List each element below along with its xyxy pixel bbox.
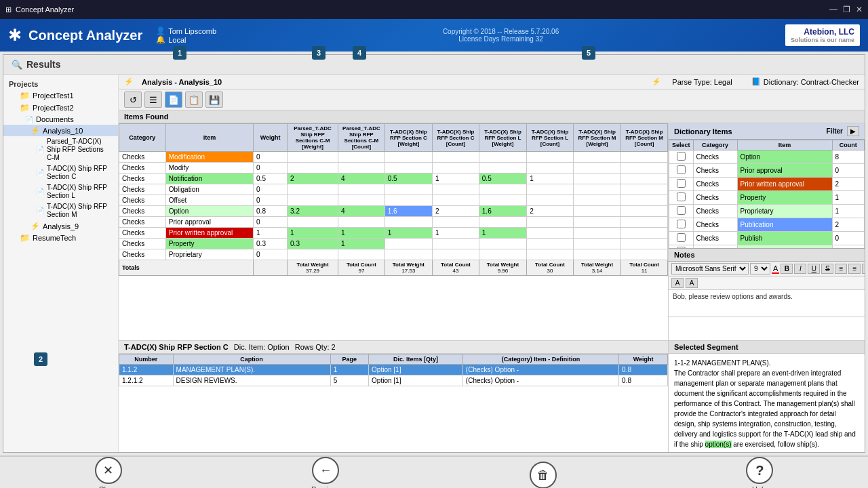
cell-cw: [384, 217, 432, 228]
dict-cell-select[interactable]: [669, 164, 694, 178]
notes-extra-btn1[interactable]: A: [671, 278, 684, 288]
strikethrough-btn[interactable]: S: [821, 264, 833, 274]
dict-checkbox[interactable]: [677, 233, 686, 242]
align-center-btn[interactable]: ≡: [848, 264, 861, 274]
table-row[interactable]: Checks Notification 0.5 2 4 0.5 1 0.5 1: [119, 174, 668, 184]
bot-cell-dic: Option [1]: [369, 365, 463, 375]
cell-weight: 0: [254, 163, 288, 174]
notes-text[interactable]: Bob, please review options and awards.: [669, 290, 865, 317]
col-item: Item: [165, 124, 253, 152]
refresh-btn[interactable]: ↺: [124, 92, 142, 108]
close-circle[interactable]: ✕: [95, 457, 122, 484]
close-btn-footer[interactable]: ✕ Close: [95, 457, 122, 488]
cell-pw: 0.3: [288, 239, 338, 249]
sidebar-item-tadc-m[interactable]: 📄 T-ADC(X) Ship RFP Section M: [3, 201, 118, 220]
prev-btn-footer[interactable]: ← Previous: [311, 457, 340, 488]
sidebar-item-parsed-tadc[interactable]: 📄 Parsed_T-ADC(X) Ship RFP Sections C-M: [3, 136, 118, 163]
clipboard-btn[interactable]: 📋: [185, 92, 203, 108]
help-circle[interactable]: ?: [746, 457, 773, 484]
table-row[interactable]: Checks Prior approval 0: [119, 217, 668, 228]
cell-lw: [479, 163, 526, 174]
badge-4: 4: [353, 46, 366, 60]
sidebar: Projects 📁 ProjectTest1 📁 ProjectTest2 📄…: [3, 75, 119, 452]
minimize-btn[interactable]: —: [829, 5, 837, 14]
sidebar-item-tadc-c[interactable]: 📄 T-ADC(X) Ship RFP Section C: [3, 163, 118, 182]
bottom-table-row[interactable]: 1.1.2 MANAGEMENT PLAN(S). 1 Option [1] (…: [119, 365, 668, 375]
table-row[interactable]: Checks Prior written approval 1 1 1 1 1 …: [119, 228, 668, 239]
totals-tc4: Total Count11: [621, 260, 668, 276]
folder-icon: 📁: [20, 103, 30, 113]
table-row[interactable]: Checks Modification 0: [119, 152, 668, 163]
bold-btn[interactable]: B: [781, 264, 793, 274]
cell-mc: [621, 195, 668, 206]
bottom-table-scroll[interactable]: Number Caption Page Dic. Items [Qty] (Ca…: [119, 354, 668, 452]
badge-3: 3: [312, 46, 326, 60]
dict-row[interactable]: Checks Proprietary 1: [669, 205, 865, 218]
sidebar-item-resumetech[interactable]: 📁 ResumeTech: [3, 232, 118, 244]
table-row[interactable]: Checks Obligation 0: [119, 184, 668, 195]
dict-cell-select[interactable]: [669, 191, 694, 205]
dict-cell-select[interactable]: [669, 205, 694, 218]
sidebar-item-tadc-l[interactable]: 📄 T-ADC(X) Ship RFP Section L: [3, 182, 118, 201]
restore-btn[interactable]: ❐: [843, 5, 850, 14]
sidebar-item-projecttest2[interactable]: 📁 ProjectTest2: [3, 102, 118, 114]
save-btn[interactable]: 💾: [205, 92, 223, 108]
dict-checkbox[interactable]: [677, 179, 686, 188]
dict-row[interactable]: Checks Publication 2: [669, 218, 865, 232]
dict-row[interactable]: Checks Prior written approval 2: [669, 178, 865, 191]
delete-circle[interactable]: 🗑: [530, 462, 557, 488]
table-row[interactable]: Checks Property 0.3 0.3 1: [119, 239, 668, 249]
dict-scroll[interactable]: Select Category Item Count Checks Option…: [669, 140, 865, 248]
dict-row[interactable]: Checks Publish 0: [669, 232, 865, 245]
cell-item: Obligation: [165, 184, 253, 195]
dict-cell-select[interactable]: [669, 218, 694, 232]
cell-cc: [433, 184, 479, 195]
prev-circle[interactable]: ←: [312, 457, 339, 484]
bottom-table-row[interactable]: 1.2.1.2 DESIGN REVIEWS. 5 Option [1] (Ch…: [119, 375, 668, 386]
cell-cw: [384, 152, 432, 163]
notes-font-select[interactable]: Microsoft Sans Serif: [671, 263, 749, 274]
search-icon: 🔍: [12, 60, 22, 70]
sidebar-item-documents[interactable]: 📄 Documents: [3, 114, 118, 125]
dict-cell-select[interactable]: [669, 150, 694, 164]
dict-checkbox[interactable]: [677, 152, 686, 161]
dict-checkbox[interactable]: [677, 192, 686, 201]
table-row[interactable]: Checks Option 0.8 3.2 4 1.6 2 1.6 2: [119, 206, 668, 217]
table-row[interactable]: Checks Offset 0: [119, 195, 668, 206]
bot-col-number: Number: [119, 354, 174, 365]
filter-btn[interactable]: ▶: [847, 126, 859, 136]
col-tadc-l-c: T-ADC(X) Ship RFP Section L [Count]: [527, 124, 574, 152]
table-row[interactable]: Checks Modify 0: [119, 163, 668, 174]
sidebar-item-label: Analysis_10: [43, 127, 83, 135]
dict-cell-select[interactable]: [669, 232, 694, 245]
dict-table: Select Category Item Count Checks Option…: [669, 140, 865, 248]
sidebar-item-projecttest1[interactable]: 📁 ProjectTest1: [3, 89, 118, 102]
delete-btn-footer[interactable]: 🗑: [530, 462, 557, 488]
close-btn[interactable]: ✕: [856, 5, 863, 14]
dict-cell-category: Checks: [693, 164, 737, 178]
cell-item: Prior written approval: [165, 228, 253, 239]
sidebar-item-analysis9[interactable]: ⚡ Analysis_9: [3, 220, 118, 232]
projects-section-label: Projects: [3, 79, 118, 89]
dict-cell-select[interactable]: [669, 178, 694, 191]
notes-size-select[interactable]: 9: [750, 263, 770, 274]
notes-extra-btn2[interactable]: A: [686, 278, 698, 288]
table-row[interactable]: Checks Proprietary 0: [119, 249, 668, 260]
underline-btn[interactable]: U: [808, 264, 820, 274]
dict-checkbox[interactable]: [677, 206, 686, 215]
list-btn[interactable]: ☰: [144, 92, 162, 108]
align-right-btn[interactable]: ≡: [862, 264, 865, 274]
dict-row[interactable]: Checks Property 1: [669, 191, 865, 205]
align-left-btn[interactable]: ≡: [835, 264, 847, 274]
cell-lw: [479, 184, 526, 195]
dict-row[interactable]: Checks Option 8: [669, 150, 865, 164]
dict-checkbox[interactable]: [677, 220, 686, 228]
dictionary-label: Dictionary: Contract-Checker: [764, 78, 859, 86]
sidebar-item-analysis10[interactable]: ⚡ Analysis_10: [3, 125, 118, 136]
cell-pw: 2: [288, 174, 338, 184]
dict-row[interactable]: Checks Prior approval 0: [669, 164, 865, 178]
doc-btn[interactable]: 📄: [165, 92, 182, 108]
italic-btn[interactable]: I: [794, 264, 806, 274]
help-btn-footer[interactable]: ? Help: [746, 457, 773, 488]
dict-checkbox[interactable]: [677, 165, 686, 174]
